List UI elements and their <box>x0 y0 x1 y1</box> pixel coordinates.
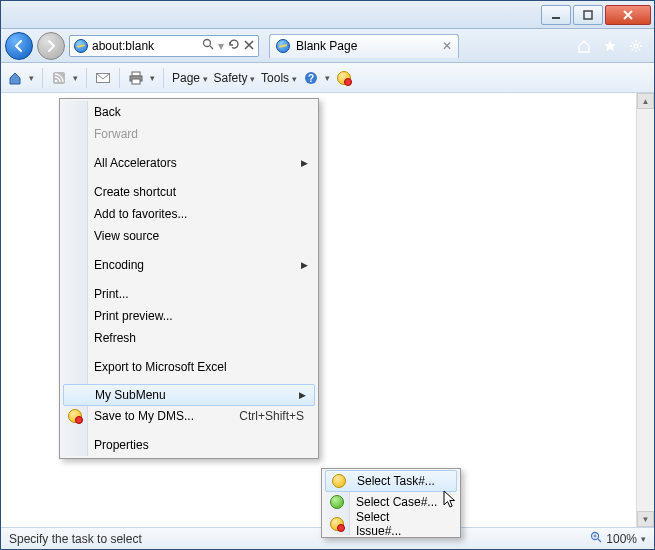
status-message: Specify the task to select <box>9 532 142 546</box>
titlebar <box>1 1 654 29</box>
dms-icon <box>67 408 83 424</box>
ctx-sep <box>62 349 316 356</box>
ctx-sep <box>62 427 316 434</box>
scroll-down-button[interactable]: ▼ <box>637 511 654 527</box>
navigation-bar: ▾ Blank Page ✕ <box>1 29 654 63</box>
context-submenu: Select Task#... Select Case#... Select I… <box>321 468 461 538</box>
ctx-my-submenu[interactable]: My SubMenu▶ <box>63 384 315 406</box>
submenu-select-issue[interactable]: Select Issue#... <box>324 513 458 535</box>
ctx-sep <box>62 247 316 254</box>
svg-rect-7 <box>132 72 140 76</box>
close-button[interactable] <box>605 5 651 25</box>
zoom-level: 100% <box>606 532 637 546</box>
dms-toolbar-icon[interactable] <box>336 70 352 86</box>
zoom-icon <box>590 531 602 546</box>
svg-point-3 <box>634 44 638 48</box>
safety-menu[interactable]: Safety <box>214 71 256 85</box>
ctx-view-source[interactable]: View source <box>62 225 316 247</box>
command-bar: ▾ ▾ ▾ Page Safety Tools ?▾ <box>1 63 654 93</box>
refresh-icon[interactable] <box>228 38 240 53</box>
ctx-create-shortcut[interactable]: Create shortcut <box>62 181 316 203</box>
scroll-up-button[interactable]: ▲ <box>637 93 654 109</box>
svg-rect-0 <box>552 17 560 19</box>
submenu-select-task[interactable]: Select Task#... <box>325 470 457 492</box>
tab-favicon-icon <box>276 39 290 53</box>
address-input[interactable] <box>92 39 192 53</box>
page-menu[interactable]: Page <box>172 71 208 85</box>
back-button[interactable] <box>5 32 33 60</box>
tools-gear-icon[interactable] <box>628 38 644 54</box>
svg-rect-1 <box>584 11 592 19</box>
navbar-right-icons <box>576 38 650 54</box>
search-icon[interactable] <box>202 38 214 53</box>
ctx-refresh[interactable]: Refresh <box>62 327 316 349</box>
gear-green-icon <box>329 494 345 510</box>
context-menu: Back Forward All Accelerators▶ Create sh… <box>59 98 319 459</box>
ctx-export-excel[interactable]: Export to Microsoft Excel <box>62 356 316 378</box>
vertical-scrollbar[interactable]: ▲ ▼ <box>636 93 654 527</box>
ctx-print[interactable]: Print... <box>62 283 316 305</box>
ctx-all-accelerators[interactable]: All Accelerators▶ <box>62 152 316 174</box>
ie-logo-icon <box>74 39 88 53</box>
ctx-sep <box>62 276 316 283</box>
minimize-button[interactable] <box>541 5 571 25</box>
ctx-shortcut: Ctrl+Shift+S <box>239 409 304 423</box>
address-area: ▾ <box>69 35 259 57</box>
tab-title: Blank Page <box>296 39 357 53</box>
ctx-forward: Forward <box>62 123 316 145</box>
maximize-button[interactable] <box>573 5 603 25</box>
ctx-properties[interactable]: Properties <box>62 434 316 456</box>
print-icon[interactable] <box>128 70 144 86</box>
svg-rect-9 <box>132 79 140 84</box>
svg-point-2 <box>204 40 211 47</box>
browser-window: ▾ Blank Page ✕ ▾ ▾ ▾ Pag <box>0 0 655 550</box>
ctx-sep <box>62 145 316 152</box>
tab-strip: Blank Page ✕ <box>269 34 572 58</box>
cmdbar-sep <box>163 68 164 88</box>
address-box[interactable]: ▾ <box>69 35 259 57</box>
home-icon[interactable] <box>576 38 592 54</box>
ctx-save-to-dms[interactable]: Save to My DMS... Ctrl+Shift+S <box>62 405 316 427</box>
tab-close-icon[interactable]: ✕ <box>442 39 452 53</box>
svg-rect-4 <box>53 72 65 84</box>
help-icon[interactable]: ? <box>303 70 319 86</box>
gear-yellow-red-icon <box>329 516 345 532</box>
ctx-add-favorites[interactable]: Add to favorites... <box>62 203 316 225</box>
browser-tab[interactable]: Blank Page ✕ <box>269 34 459 58</box>
cmdbar-sep <box>86 68 87 88</box>
favorites-star-icon[interactable] <box>602 38 618 54</box>
ctx-encoding[interactable]: Encoding▶ <box>62 254 316 276</box>
read-mail-icon[interactable] <box>95 70 111 86</box>
svg-text:?: ? <box>308 73 314 84</box>
cmdbar-sep <box>42 68 43 88</box>
ctx-print-preview[interactable]: Print preview... <box>62 305 316 327</box>
page-content: ▲ ▼ Back Forward All Accelerators▶ Creat… <box>1 93 654 527</box>
address-divider: ▾ <box>218 39 224 53</box>
stop-icon[interactable] <box>244 39 254 53</box>
forward-button[interactable] <box>37 32 65 60</box>
cmdbar-sep <box>119 68 120 88</box>
gear-yellow-icon <box>331 473 347 489</box>
ctx-sep <box>62 174 316 181</box>
zoom-control[interactable]: 100% ▾ <box>590 531 646 546</box>
tools-menu[interactable]: Tools <box>261 71 297 85</box>
feeds-icon[interactable] <box>51 70 67 86</box>
ctx-back[interactable]: Back <box>62 101 316 123</box>
cmdbar-home-icon[interactable] <box>7 70 23 86</box>
svg-point-5 <box>55 79 58 82</box>
